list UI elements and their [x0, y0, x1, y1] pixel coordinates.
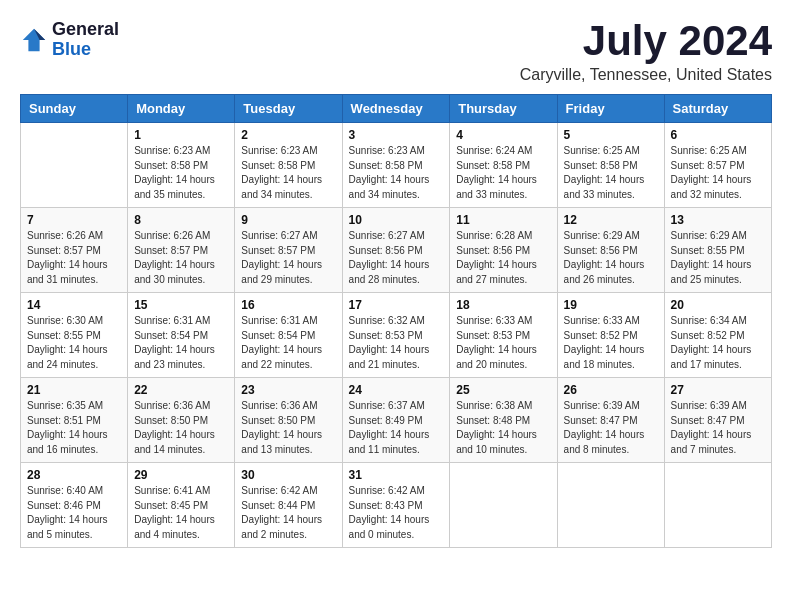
day-number: 18: [456, 298, 550, 312]
calendar-day-cell: 3Sunrise: 6:23 AM Sunset: 8:58 PM Daylig…: [342, 123, 450, 208]
day-number: 20: [671, 298, 765, 312]
calendar-day-cell: 1Sunrise: 6:23 AM Sunset: 8:58 PM Daylig…: [128, 123, 235, 208]
calendar-week-row: 7Sunrise: 6:26 AM Sunset: 8:57 PM Daylig…: [21, 208, 772, 293]
day-info: Sunrise: 6:26 AM Sunset: 8:57 PM Dayligh…: [27, 229, 121, 287]
calendar-day-cell: 12Sunrise: 6:29 AM Sunset: 8:56 PM Dayli…: [557, 208, 664, 293]
day-number: 21: [27, 383, 121, 397]
calendar-day-cell: 10Sunrise: 6:27 AM Sunset: 8:56 PM Dayli…: [342, 208, 450, 293]
day-number: 29: [134, 468, 228, 482]
calendar-week-row: 1Sunrise: 6:23 AM Sunset: 8:58 PM Daylig…: [21, 123, 772, 208]
calendar-day-cell: 23Sunrise: 6:36 AM Sunset: 8:50 PM Dayli…: [235, 378, 342, 463]
month-title: July 2024: [520, 20, 772, 62]
day-info: Sunrise: 6:23 AM Sunset: 8:58 PM Dayligh…: [134, 144, 228, 202]
day-number: 31: [349, 468, 444, 482]
day-info: Sunrise: 6:31 AM Sunset: 8:54 PM Dayligh…: [134, 314, 228, 372]
day-number: 23: [241, 383, 335, 397]
day-number: 7: [27, 213, 121, 227]
header: General Blue July 2024 Caryville, Tennes…: [20, 20, 772, 84]
day-number: 28: [27, 468, 121, 482]
day-number: 19: [564, 298, 658, 312]
day-info: Sunrise: 6:33 AM Sunset: 8:52 PM Dayligh…: [564, 314, 658, 372]
day-info: Sunrise: 6:36 AM Sunset: 8:50 PM Dayligh…: [241, 399, 335, 457]
calendar-day-cell: 21Sunrise: 6:35 AM Sunset: 8:51 PM Dayli…: [21, 378, 128, 463]
calendar-day-cell: 31Sunrise: 6:42 AM Sunset: 8:43 PM Dayli…: [342, 463, 450, 548]
calendar-week-row: 21Sunrise: 6:35 AM Sunset: 8:51 PM Dayli…: [21, 378, 772, 463]
day-info: Sunrise: 6:34 AM Sunset: 8:52 PM Dayligh…: [671, 314, 765, 372]
day-number: 2: [241, 128, 335, 142]
day-info: Sunrise: 6:29 AM Sunset: 8:55 PM Dayligh…: [671, 229, 765, 287]
day-info: Sunrise: 6:25 AM Sunset: 8:58 PM Dayligh…: [564, 144, 658, 202]
calendar-day-cell: 22Sunrise: 6:36 AM Sunset: 8:50 PM Dayli…: [128, 378, 235, 463]
calendar-day-cell: 28Sunrise: 6:40 AM Sunset: 8:46 PM Dayli…: [21, 463, 128, 548]
day-number: 16: [241, 298, 335, 312]
day-info: Sunrise: 6:29 AM Sunset: 8:56 PM Dayligh…: [564, 229, 658, 287]
calendar-day-cell: 13Sunrise: 6:29 AM Sunset: 8:55 PM Dayli…: [664, 208, 771, 293]
day-number: 9: [241, 213, 335, 227]
day-info: Sunrise: 6:39 AM Sunset: 8:47 PM Dayligh…: [564, 399, 658, 457]
logo: General Blue: [20, 20, 119, 60]
day-number: 26: [564, 383, 658, 397]
day-info: Sunrise: 6:27 AM Sunset: 8:56 PM Dayligh…: [349, 229, 444, 287]
day-info: Sunrise: 6:30 AM Sunset: 8:55 PM Dayligh…: [27, 314, 121, 372]
day-number: 3: [349, 128, 444, 142]
day-info: Sunrise: 6:35 AM Sunset: 8:51 PM Dayligh…: [27, 399, 121, 457]
calendar-day-header: Tuesday: [235, 95, 342, 123]
day-info: Sunrise: 6:24 AM Sunset: 8:58 PM Dayligh…: [456, 144, 550, 202]
calendar-day-cell: [21, 123, 128, 208]
day-number: 27: [671, 383, 765, 397]
page: General Blue July 2024 Caryville, Tennes…: [0, 0, 792, 568]
logo-text: General Blue: [52, 20, 119, 60]
title-area: July 2024 Caryville, Tennessee, United S…: [520, 20, 772, 84]
day-info: Sunrise: 6:28 AM Sunset: 8:56 PM Dayligh…: [456, 229, 550, 287]
calendar-day-cell: 19Sunrise: 6:33 AM Sunset: 8:52 PM Dayli…: [557, 293, 664, 378]
day-info: Sunrise: 6:31 AM Sunset: 8:54 PM Dayligh…: [241, 314, 335, 372]
calendar-day-cell: 5Sunrise: 6:25 AM Sunset: 8:58 PM Daylig…: [557, 123, 664, 208]
calendar-day-header: Friday: [557, 95, 664, 123]
calendar-day-cell: 8Sunrise: 6:26 AM Sunset: 8:57 PM Daylig…: [128, 208, 235, 293]
logo-general-text: General: [52, 20, 119, 40]
day-number: 8: [134, 213, 228, 227]
day-info: Sunrise: 6:26 AM Sunset: 8:57 PM Dayligh…: [134, 229, 228, 287]
calendar-day-cell: 25Sunrise: 6:38 AM Sunset: 8:48 PM Dayli…: [450, 378, 557, 463]
day-number: 25: [456, 383, 550, 397]
day-info: Sunrise: 6:33 AM Sunset: 8:53 PM Dayligh…: [456, 314, 550, 372]
day-number: 24: [349, 383, 444, 397]
day-info: Sunrise: 6:27 AM Sunset: 8:57 PM Dayligh…: [241, 229, 335, 287]
day-number: 6: [671, 128, 765, 142]
calendar-day-cell: 14Sunrise: 6:30 AM Sunset: 8:55 PM Dayli…: [21, 293, 128, 378]
calendar-day-cell: 30Sunrise: 6:42 AM Sunset: 8:44 PM Dayli…: [235, 463, 342, 548]
calendar-day-cell: [450, 463, 557, 548]
calendar-day-cell: 4Sunrise: 6:24 AM Sunset: 8:58 PM Daylig…: [450, 123, 557, 208]
day-number: 17: [349, 298, 444, 312]
day-number: 4: [456, 128, 550, 142]
calendar-day-header: Saturday: [664, 95, 771, 123]
calendar-day-cell: 11Sunrise: 6:28 AM Sunset: 8:56 PM Dayli…: [450, 208, 557, 293]
day-number: 5: [564, 128, 658, 142]
day-info: Sunrise: 6:36 AM Sunset: 8:50 PM Dayligh…: [134, 399, 228, 457]
calendar-day-cell: [664, 463, 771, 548]
calendar-day-cell: 26Sunrise: 6:39 AM Sunset: 8:47 PM Dayli…: [557, 378, 664, 463]
calendar-week-row: 14Sunrise: 6:30 AM Sunset: 8:55 PM Dayli…: [21, 293, 772, 378]
calendar-day-cell: 27Sunrise: 6:39 AM Sunset: 8:47 PM Dayli…: [664, 378, 771, 463]
location: Caryville, Tennessee, United States: [520, 66, 772, 84]
calendar-day-cell: 15Sunrise: 6:31 AM Sunset: 8:54 PM Dayli…: [128, 293, 235, 378]
day-number: 30: [241, 468, 335, 482]
calendar-day-cell: 18Sunrise: 6:33 AM Sunset: 8:53 PM Dayli…: [450, 293, 557, 378]
day-info: Sunrise: 6:40 AM Sunset: 8:46 PM Dayligh…: [27, 484, 121, 542]
day-info: Sunrise: 6:38 AM Sunset: 8:48 PM Dayligh…: [456, 399, 550, 457]
calendar-day-cell: 20Sunrise: 6:34 AM Sunset: 8:52 PM Dayli…: [664, 293, 771, 378]
calendar-day-cell: 29Sunrise: 6:41 AM Sunset: 8:45 PM Dayli…: [128, 463, 235, 548]
day-info: Sunrise: 6:42 AM Sunset: 8:44 PM Dayligh…: [241, 484, 335, 542]
calendar-table: SundayMondayTuesdayWednesdayThursdayFrid…: [20, 94, 772, 548]
day-info: Sunrise: 6:23 AM Sunset: 8:58 PM Dayligh…: [349, 144, 444, 202]
calendar-day-cell: 7Sunrise: 6:26 AM Sunset: 8:57 PM Daylig…: [21, 208, 128, 293]
day-info: Sunrise: 6:39 AM Sunset: 8:47 PM Dayligh…: [671, 399, 765, 457]
calendar-day-header: Monday: [128, 95, 235, 123]
day-number: 12: [564, 213, 658, 227]
calendar-day-cell: 2Sunrise: 6:23 AM Sunset: 8:58 PM Daylig…: [235, 123, 342, 208]
calendar-day-cell: 17Sunrise: 6:32 AM Sunset: 8:53 PM Dayli…: [342, 293, 450, 378]
day-number: 22: [134, 383, 228, 397]
calendar-day-header: Sunday: [21, 95, 128, 123]
day-info: Sunrise: 6:23 AM Sunset: 8:58 PM Dayligh…: [241, 144, 335, 202]
day-number: 15: [134, 298, 228, 312]
